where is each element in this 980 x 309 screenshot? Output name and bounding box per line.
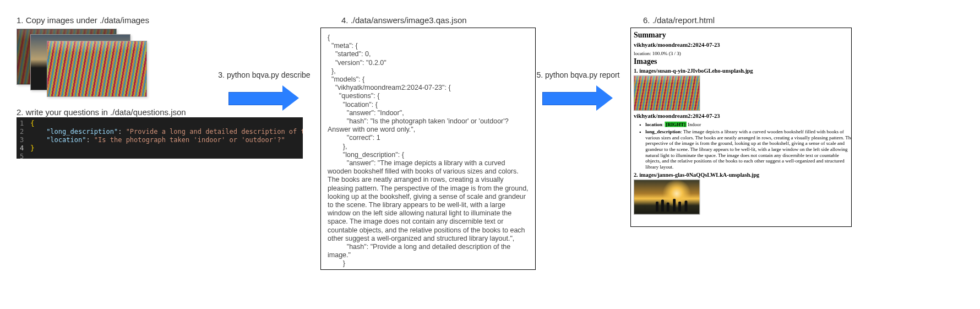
- step5-caption: 5. python bqva.py report: [523, 71, 633, 79]
- report-image2-title: 2. images/jannes-glas-0NaQQsLWLkA-unspla…: [634, 172, 852, 178]
- step1-caption: 1. Copy images under ./data/images: [17, 15, 149, 25]
- step4-caption: 4. ./data/answers/image3.qas.json: [341, 15, 467, 25]
- line-no: 1: [20, 120, 24, 128]
- report-image2-thumb: [634, 180, 700, 215]
- arrow-body: [228, 92, 284, 105]
- report-images-heading: Images: [634, 57, 852, 66]
- value: The image depicts a library with a curve…: [645, 129, 852, 170]
- arrow-body: [542, 92, 597, 105]
- right-tag: [RIGHT]: [665, 122, 687, 127]
- sample-image-3: [47, 41, 147, 97]
- report-image1-thumb: [634, 75, 700, 111]
- step2-caption: 2. write your questions in ./data/questi…: [17, 107, 186, 117]
- arrow-head-icon: [282, 85, 299, 111]
- step3-caption: 3. python bqva.py describe: [209, 71, 319, 79]
- report-summary-heading: Summary: [634, 31, 852, 40]
- json-key: "long_description": [46, 128, 118, 135]
- editor-gutter: 1 2 3 4 5: [17, 117, 27, 159]
- report-image1-results: location: [RIGHT] Indoor long_descriptio…: [634, 122, 852, 170]
- report-html-box: Summary vikhyatk/moondream2:2024-07-23 l…: [630, 28, 852, 227]
- arrow-head-icon: [596, 85, 613, 111]
- label: location: [645, 122, 662, 127]
- questions-json-editor: 1 2 3 4 5 { "long_description": "Provide…: [17, 117, 303, 159]
- report-image1-model: vikhyatk/moondream2:2024-07-23: [634, 112, 852, 120]
- line-no: 3: [20, 136, 24, 144]
- arrow-describe: 3. python bqva.py describe: [228, 85, 300, 111]
- image-stack: [17, 29, 157, 89]
- workflow-diagram: 1. Copy images under ./data/images 2. wr…: [0, 0, 980, 309]
- answers-json-box: { "meta": { "started": 0, "version": "0.…: [320, 28, 536, 270]
- step6-caption: 6. ./data/report.html: [643, 15, 715, 25]
- line-no: 4: [20, 144, 24, 153]
- json-key: "location": [46, 136, 86, 144]
- report-image1-location: location: [RIGHT] Indoor: [645, 122, 852, 128]
- value: Indoor: [688, 122, 701, 127]
- report-model-heading: vikhyatk/moondream2:2024-07-23: [634, 42, 852, 49]
- json-value: "Provide a long and detailed description…: [126, 128, 303, 135]
- arrow-report: 5. python bqva.py report: [542, 85, 614, 111]
- report-location-stat: location: 100.0% (3 / 3): [634, 51, 852, 56]
- line-no: 2: [20, 128, 24, 136]
- json-value: "Is the photograph taken 'indoor' or 'ou…: [94, 136, 285, 144]
- line-no: 5: [20, 153, 24, 159]
- label: long_description: [645, 129, 680, 134]
- report-image1-long-description: long_description: The image depicts a li…: [645, 129, 852, 170]
- report-image1-title: 1. images/susan-q-yin-2JIvboGLeho-unspla…: [634, 68, 852, 74]
- editor-code: { "long_description": "Provide a long an…: [27, 117, 303, 159]
